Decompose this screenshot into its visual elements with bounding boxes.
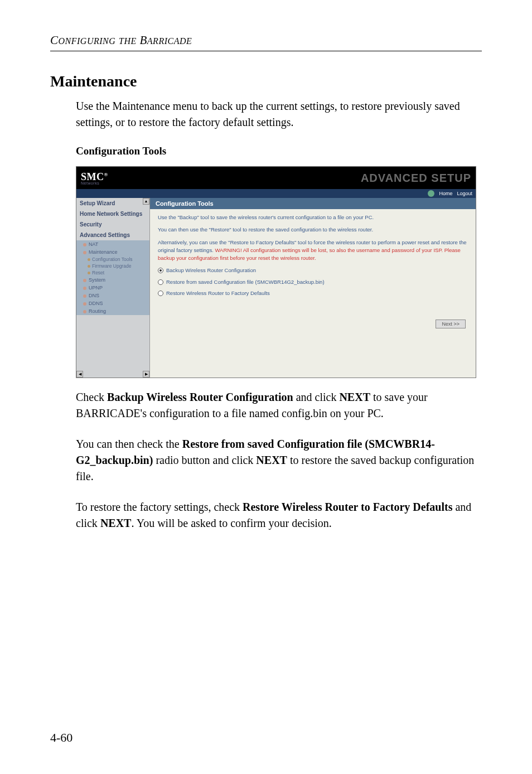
ss-title-block: ADVANCED SETUP (361, 172, 471, 185)
ss-top-title: ADVANCED SETUP (361, 172, 471, 185)
warning-label: WARNING! (215, 247, 241, 253)
radio-backup-label: Backup Wireless Router Configuration (166, 267, 256, 274)
para-factory: To restore the factory settings, check R… (76, 499, 482, 531)
sidebar-advanced[interactable]: Advanced Settings (76, 230, 149, 240)
scroll-right-icon[interactable]: ▶ (143, 371, 149, 378)
subsection-title: Configuration Tools (76, 145, 482, 157)
section-title: Maintenance (50, 72, 482, 90)
main-line1: Use the "Backup" tool to save the wirele… (158, 214, 468, 221)
sidebar-dns[interactable]: DNS (76, 292, 149, 299)
sidebar-firmware-upgrade[interactable]: Firmware Upgrade (76, 263, 149, 269)
sidebar-security[interactable]: Security (76, 219, 149, 230)
para-restore: You can then check the Restore from save… (76, 436, 482, 485)
sidebar-reset[interactable]: Reset (76, 269, 149, 276)
ss-logo-block: SMC® Networks (81, 171, 108, 185)
sidebar-routing[interactable]: Routing (76, 307, 149, 315)
main-line2: You can then use the "Restore" tool to r… (158, 226, 468, 234)
radio-factory[interactable]: Restore Wireless Router to Factory Defau… (158, 289, 468, 297)
sidebar-system[interactable]: System (76, 276, 149, 284)
radio-icon (158, 279, 163, 285)
ss-main: Configuration Tools Use the "Backup" too… (150, 198, 476, 378)
main-content: Use the "Backup" tool to save the wirele… (150, 209, 476, 305)
header-rule (50, 51, 482, 51)
radio-backup[interactable]: Backup Wireless Router Configuration (158, 267, 468, 274)
router-screenshot: SMC® Networks ADVANCED SETUP Home Logout… (76, 166, 476, 378)
main-heading: Configuration Tools (150, 198, 476, 209)
running-header: CONFIGURING THE BARRICADE (50, 33, 482, 47)
ss-sidebar: ▲ Setup Wizard Home Network Settings Sec… (76, 198, 150, 378)
ss-top-bar: Home Logout (76, 189, 476, 198)
sidebar-nat[interactable]: NAT (76, 240, 149, 248)
radio-icon (158, 268, 163, 273)
radio-restore[interactable]: Restore from saved Configuration file (S… (158, 278, 468, 286)
page-number: 4-60 (50, 731, 72, 745)
radio-factory-label: Restore Wireless Router to Factory Defau… (166, 289, 270, 297)
next-button[interactable]: Next >> (436, 320, 466, 328)
main-line3: Alternatively, you can use the "Restore … (158, 239, 468, 263)
sidebar-config-tools[interactable]: Configuration Tools (76, 256, 149, 263)
sidebar-setup-wizard[interactable]: Setup Wizard (76, 198, 149, 209)
sidebar-maintenance[interactable]: Maintenance (76, 248, 149, 256)
home-icon (428, 190, 434, 197)
scroll-left-icon[interactable]: ◀ (76, 371, 83, 378)
running-header-text: CONFIGURING THE BARRICADE (50, 33, 192, 47)
logout-link[interactable]: Logout (457, 191, 472, 196)
ss-body: ▲ Setup Wizard Home Network Settings Sec… (76, 198, 476, 378)
ss-logo: SMC® (81, 171, 108, 182)
sidebar-ddns[interactable]: DDNS (76, 299, 149, 307)
radio-restore-label: Restore from saved Configuration file (S… (166, 278, 325, 286)
sidebar-upnp[interactable]: UPNP (76, 284, 149, 292)
sidebar-home-network[interactable]: Home Network Settings (76, 209, 149, 219)
radio-icon (158, 291, 163, 296)
section-intro: Use the Maintenance menu to back up the … (76, 98, 482, 130)
para-backup: Check Backup Wireless Router Configurati… (76, 389, 482, 422)
home-link[interactable]: Home (439, 191, 452, 196)
ss-header: SMC® Networks ADVANCED SETUP (76, 167, 476, 189)
scroll-up-icon[interactable]: ▲ (143, 198, 149, 205)
